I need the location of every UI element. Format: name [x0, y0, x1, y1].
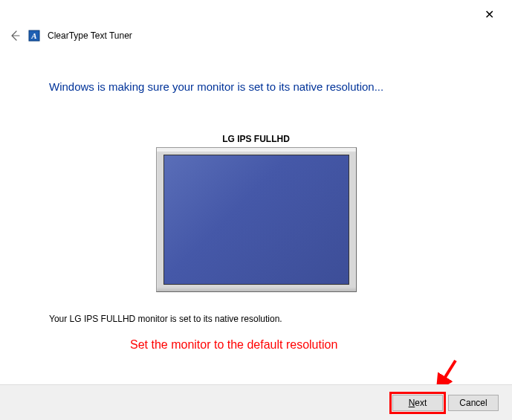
svg-text:A: A — [30, 31, 36, 40]
app-title: ClearType Text Tuner — [48, 30, 132, 41]
next-button[interactable]: Next — [392, 395, 443, 411]
app-icon: A — [28, 30, 40, 42]
wizard-header: A ClearType Text Tuner — [9, 30, 132, 42]
svg-line-3 — [441, 361, 456, 384]
close-button[interactable]: ✕ — [479, 4, 500, 25]
annotation-highlight-box: Next — [392, 394, 444, 412]
back-arrow-icon — [9, 30, 21, 42]
cancel-button[interactable]: Cancel — [448, 395, 499, 411]
monitor-screen — [163, 155, 349, 285]
wizard-footer: Next Cancel — [0, 384, 512, 420]
monitor-preview-area: LG IPS FULLHD — [0, 134, 512, 292]
close-icon: ✕ — [485, 8, 494, 21]
back-button[interactable] — [9, 30, 21, 42]
user-annotation-text: Set the monitor to the default resolutio… — [130, 338, 337, 352]
next-label-rest: ext — [415, 398, 427, 408]
monitor-frame — [156, 147, 357, 292]
monitor-name-label: LG IPS FULLHD — [222, 134, 290, 144]
resolution-status-text: Your LG IPS FULLHD monitor is set to its… — [49, 314, 282, 324]
page-heading: Windows is making sure your monitor is s… — [49, 80, 383, 93]
